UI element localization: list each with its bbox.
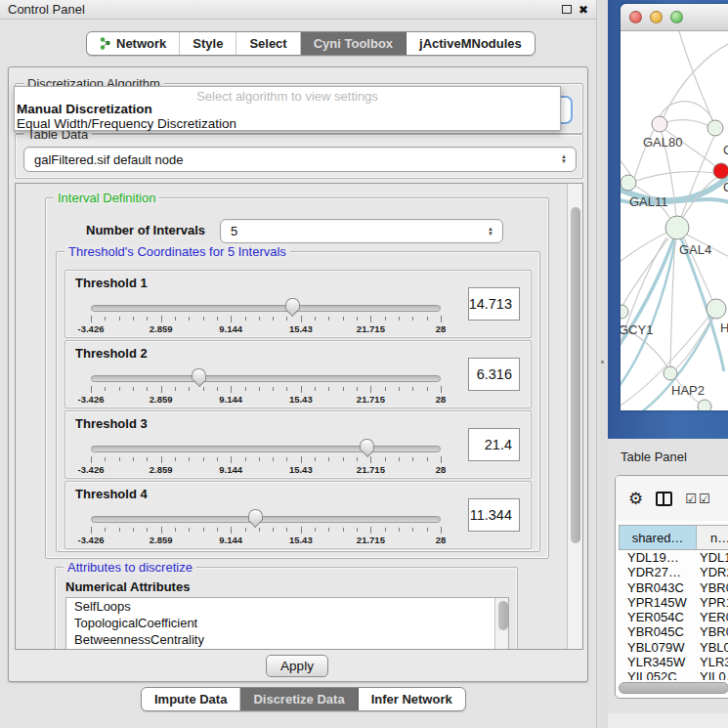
scrollbar-thumb[interactable] xyxy=(571,207,580,543)
tab-infer-network[interactable]: Infer Network xyxy=(359,688,465,710)
slider-thumb[interactable] xyxy=(360,439,374,458)
float-window-icon[interactable] xyxy=(562,5,572,14)
close-icon[interactable]: ✖ xyxy=(578,5,588,15)
cell-name[interactable]: YPR1… xyxy=(696,595,728,610)
list-scrollbar[interactable] xyxy=(494,598,508,650)
threshold-slider[interactable]: -3.4262.8599.14415.4321.71528 xyxy=(91,303,441,332)
apply-button[interactable]: Apply xyxy=(266,655,328,677)
divider-grip[interactable] xyxy=(601,361,604,364)
slider-thumb[interactable] xyxy=(192,368,206,388)
scrollbar-thumb[interactable] xyxy=(498,601,508,630)
cell-shared-name[interactable]: YBR045C xyxy=(619,624,696,639)
tab-impute-data[interactable]: Impute Data xyxy=(142,688,240,710)
mac-zoom-button[interactable] xyxy=(670,11,683,23)
network-edge[interactable] xyxy=(679,31,712,120)
tick-mark xyxy=(175,457,176,461)
threshold-value-field[interactable]: 6.316 xyxy=(468,358,520,391)
settings-scrollbar[interactable] xyxy=(567,184,582,650)
threshold-value-field[interactable]: 14.713 xyxy=(468,287,520,321)
tab-discretize-data[interactable]: Discretize Data xyxy=(240,688,358,710)
slider-track[interactable] xyxy=(91,516,441,523)
cell-shared-name[interactable]: YLR345W xyxy=(619,655,696,669)
table-row[interactable]: YIL052CYIL0… xyxy=(619,669,728,680)
network-node[interactable] xyxy=(713,163,728,179)
table-row[interactable]: YBR045CYBR0… xyxy=(619,624,728,639)
checkbox-icon[interactable]: ☑ xyxy=(699,492,710,505)
cell-name[interactable]: YDR2… xyxy=(696,565,728,579)
list-item[interactable]: BetweennessCentrality xyxy=(66,631,508,648)
network-node[interactable] xyxy=(621,305,628,319)
cell-name[interactable]: YLR3… xyxy=(696,655,728,669)
network-node[interactable] xyxy=(621,175,636,191)
column-header-name[interactable]: n… xyxy=(697,526,728,549)
tick-mark xyxy=(217,528,218,532)
table-row[interactable]: YDL19…YDL1… xyxy=(619,550,728,565)
cell-name[interactable]: YDL1… xyxy=(696,550,728,565)
popup-option-manual-discretization[interactable]: Manual Discretization xyxy=(15,102,560,116)
cell-name[interactable]: YBL0… xyxy=(696,640,728,655)
num-intervals-combobox[interactable]: 5 ▲▼ xyxy=(220,219,503,243)
network-edge[interactable] xyxy=(666,120,708,126)
threshold-slider[interactable]: -3.4262.8599.14415.4321.71528 xyxy=(91,444,441,473)
cell-shared-name[interactable]: YDL19… xyxy=(619,550,696,565)
slider-thumb[interactable] xyxy=(248,509,263,529)
network-node[interactable] xyxy=(698,400,711,410)
tab-cyni-toolbox[interactable]: Cyni Toolbox xyxy=(301,32,407,55)
slider-track[interactable] xyxy=(91,446,441,452)
cell-shared-name[interactable]: YER054C xyxy=(619,610,696,624)
network-edge[interactable] xyxy=(636,172,714,181)
threshold-value-field[interactable]: 11.344 xyxy=(468,498,520,532)
tab-select[interactable]: Select xyxy=(236,32,300,55)
table-row[interactable]: YPR145WYPR1… xyxy=(619,595,728,610)
network-node[interactable] xyxy=(665,216,689,239)
table-row[interactable]: YBL079WYBL0… xyxy=(619,640,728,655)
slider-ticks xyxy=(91,456,441,464)
cell-shared-name[interactable]: YDR27… xyxy=(619,565,696,579)
cell-name[interactable]: YBR0… xyxy=(696,624,728,639)
cell-shared-name[interactable]: YPR145W xyxy=(619,595,696,610)
threshold-slider[interactable]: -3.4262.8599.14415.4321.71528 xyxy=(91,514,441,543)
threshold-slider[interactable]: -3.4262.8599.14415.4321.71528 xyxy=(91,373,441,403)
cell-name[interactable]: YBR0… xyxy=(696,580,728,595)
slider-track[interactable] xyxy=(91,305,441,312)
popup-option-equal-width-frequency[interactable]: Equal Width/Frequency Discretization xyxy=(15,116,560,131)
tab-style[interactable]: Style xyxy=(180,32,236,55)
table-horizontal-scrollbar[interactable] xyxy=(619,682,728,694)
table-row[interactable]: YDR27…YDR2… xyxy=(619,565,728,579)
slider-thumb[interactable] xyxy=(285,298,300,318)
cell-shared-name[interactable]: YBL079W xyxy=(619,640,696,655)
network-node[interactable] xyxy=(664,366,677,380)
table-data-combobox[interactable]: galFiltered.sif default node ▲▼ xyxy=(23,147,577,172)
tick-mark xyxy=(119,317,120,321)
tick-mark xyxy=(147,457,148,461)
tab-network[interactable]: Network xyxy=(87,32,180,55)
network-edge[interactable] xyxy=(681,136,714,217)
tab-jactivemnodules[interactable]: jActiveMNodules xyxy=(407,32,535,55)
threshold-value-field[interactable]: 21.4 xyxy=(468,428,520,461)
mac-minimize-button[interactable] xyxy=(650,11,663,23)
cell-shared-name[interactable]: YIL052C xyxy=(619,669,696,680)
network-edge[interactable] xyxy=(676,318,712,368)
cell-name[interactable]: YIL0… xyxy=(696,669,728,680)
list-item[interactable]: TopologicalCoefficient xyxy=(66,615,508,631)
table-row[interactable]: YER054CYER0… xyxy=(619,610,728,624)
network-node[interactable] xyxy=(652,116,667,132)
cell-shared-name[interactable]: YBR043C xyxy=(619,580,696,595)
cell-name[interactable]: YER0… xyxy=(696,610,728,624)
slider-track[interactable] xyxy=(91,375,441,382)
gear-icon[interactable]: ⚙ xyxy=(628,491,643,507)
panel-divider[interactable] xyxy=(598,0,608,728)
network-node[interactable] xyxy=(707,299,726,319)
checkbox-icon[interactable]: ☑ xyxy=(685,492,697,505)
columns-icon[interactable] xyxy=(656,492,672,506)
network-canvas[interactable]: GAL80GACGAL11GAL4GCY1HHAP2 xyxy=(621,31,728,410)
threshold-label: Threshold 1 xyxy=(75,276,148,290)
column-header-shared-name[interactable]: shared… xyxy=(620,526,697,549)
slider-ticks xyxy=(91,527,441,535)
table-row[interactable]: YLR345WYLR3… xyxy=(619,655,728,669)
mac-close-button[interactable] xyxy=(629,11,642,23)
tick-label: 28 xyxy=(436,394,447,405)
list-item[interactable]: SelfLoops xyxy=(66,598,508,615)
table-row[interactable]: YBR043CYBR0… xyxy=(619,580,728,595)
network-node[interactable] xyxy=(707,120,723,136)
